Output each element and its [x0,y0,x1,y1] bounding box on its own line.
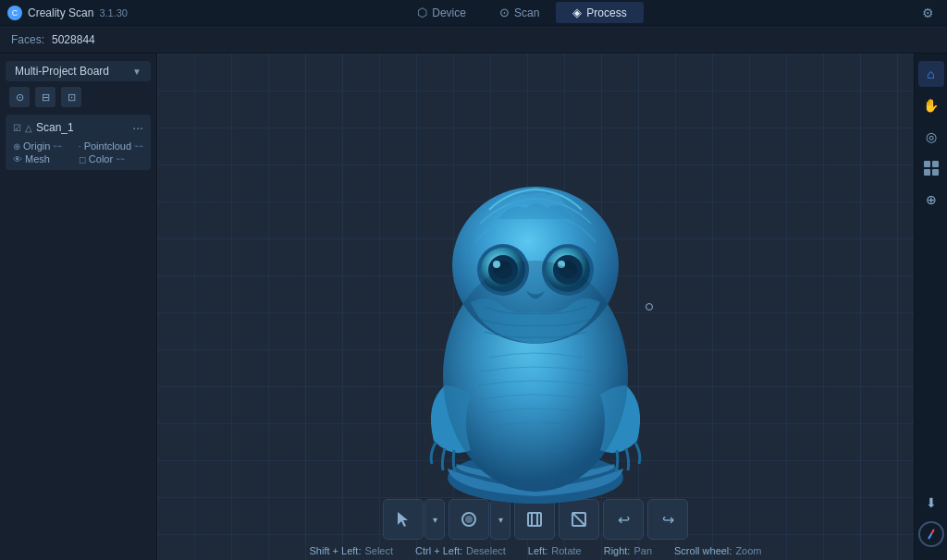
project-board-label: Multi-Project Board [15,65,109,78]
process-tab-icon: ◈ [572,6,582,19]
folder-button[interactable]: ⊟ [35,87,55,107]
svg-rect-17 [528,513,541,526]
tab-scan-label: Scan [514,6,539,19]
texture-view-button[interactable] [918,155,944,181]
scan-type-icon: △ [25,123,32,133]
color-icon: ◻ [79,154,86,164]
app-logo: C [7,6,22,20]
scan-list-item: ☑ △ Scan_1 ··· ⊕ Origin ⌁⌁ · Pointcloud … [6,115,151,170]
mesh-eye-icon: 👁 [13,154,22,164]
prop-mesh: 👁 Mesh [13,153,75,164]
shortcut-pan-key: Right: [604,545,631,556]
keyboard-shortcuts: Shift + Left: Select Ctrl + Left: Desele… [309,545,761,556]
svg-point-7 [493,261,500,268]
shortcut-rotate: Left: Rotate [528,545,582,556]
svg-point-13 [443,261,628,492]
compass-arrow [928,529,935,539]
prop-color: ◻ Color ⌁⌁ [79,153,143,164]
svg-marker-14 [398,512,408,527]
faces-value: 5028844 [52,33,95,46]
dropdown-arrow-icon: ▼ [132,67,141,77]
svg-point-16 [466,517,472,522]
export-button[interactable]: ⬇ [918,490,944,516]
shortcut-deselect: Ctrl + Left: Deselect [415,545,506,556]
scan-item-name: ☑ △ Scan_1 [13,121,74,134]
grab-tool-button[interactable]: ✋ [918,92,944,118]
owl-3d-model [397,108,674,505]
svg-rect-22 [924,161,930,167]
shortcut-deselect-action: Deselect [466,545,506,556]
fit-view-button[interactable]: ⊕ [918,187,944,213]
tab-process-label: Process [586,6,626,19]
scan-checkbox-icon: ☑ [13,123,21,133]
panel-icon-row: ⊙ ⊟ ⊡ [0,87,156,107]
faces-label: Faces: [11,33,44,46]
shortcut-deselect-key: Ctrl + Left: [415,545,462,556]
tab-scan[interactable]: ⊙ Scan [483,2,556,23]
settings-button[interactable]: ⚙ [916,4,940,22]
shortcut-zoom-action: Zoom [735,545,761,556]
nav-tabs: ⬡ Device ⊙ Scan ◈ Process [400,2,643,23]
svg-rect-25 [932,169,939,176]
shortcut-select: Shift + Left: Select [309,545,393,556]
svg-rect-24 [924,169,930,176]
pointcloud-icon: · [79,141,81,152]
shortcut-select-action: Select [364,545,393,556]
app-name: Creality Scan [28,6,93,19]
shortcut-select-key: Shift + Left: [309,545,361,556]
tab-process[interactable]: ◈ Process [556,2,643,23]
tab-device-label: Device [432,6,466,19]
shortcut-pan: Right: Pan [604,545,652,556]
main-layout: Multi-Project Board ▼ ⊙ ⊟ ⊡ ☑ △ Scan_1 ·… [0,54,947,560]
orbit-button[interactable]: ◎ [918,124,944,150]
shortcut-rotate-action: Rotate [551,545,581,556]
shortcut-rotate-key: Left: [528,545,547,556]
prop-origin: ⊕ Origin ⌁⌁ [13,140,75,152]
right-panel: ⌂ ✋ ◎ ⊕ ⬇ [914,54,947,560]
shortcut-pan-action: Pan [633,545,652,556]
shortcut-zoom: Scroll wheel: Zoom [674,545,761,556]
3d-viewport[interactable]: ▾ ▾ [157,54,914,560]
shortcut-zoom-key: Scroll wheel: [674,545,732,556]
home-view-button[interactable]: ⌂ [918,61,944,87]
scan-properties: ⊕ Origin ⌁⌁ · Pointcloud ⌁⌁ 👁 Mesh ◻ Col… [13,140,143,164]
project-board-dropdown[interactable]: Multi-Project Board ▼ [6,61,151,81]
device-tab-icon: ⬡ [417,6,427,19]
delete-button[interactable]: ⊡ [61,87,81,107]
origin-icon: ⊕ [13,141,20,152]
infobar: Faces: 5028844 [0,26,947,54]
scan-item-header: ☑ △ Scan_1 ··· [13,120,143,135]
compass-control[interactable] [918,521,944,547]
scan-tab-icon: ⊙ [499,6,510,19]
app-version: 3.1.30 [99,7,128,18]
titlebar-left: C Creality Scan 3.1.30 [7,6,128,20]
tab-device[interactable]: ⬡ Device [400,2,483,23]
prop-pointcloud: · Pointcloud ⌁⌁ [79,140,143,152]
titlebar-right: ⚙ [916,4,940,22]
scan-item-menu-button[interactable]: ··· [132,120,143,135]
left-panel: Multi-Project Board ▼ ⊙ ⊟ ⊡ ☑ △ Scan_1 ·… [0,54,157,560]
svg-line-21 [572,513,585,526]
svg-rect-23 [932,161,939,167]
visibility-toggle-button[interactable]: ⊙ [9,87,30,107]
titlebar: C Creality Scan 3.1.30 ⬡ Device ⊙ Scan ◈… [0,0,947,26]
